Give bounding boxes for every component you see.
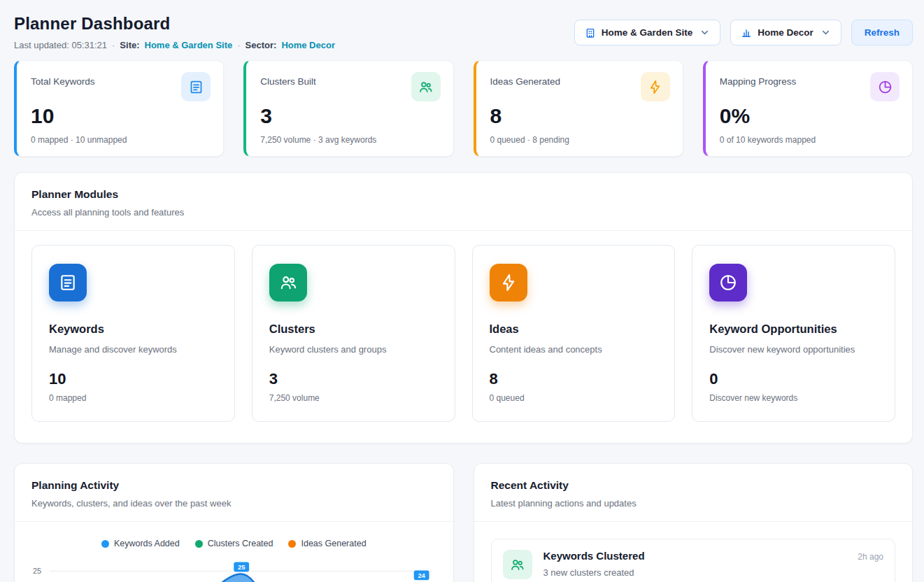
recent-activity-body: Keywords Clustered 3 new clusters create… [474, 522, 913, 582]
planner-dashboard-page: Planner Dashboard Last updated: 05:31:21… [0, 0, 924, 582]
chevron-down-icon [820, 27, 831, 38]
header-left: Planner Dashboard Last updated: 05:31:21… [14, 14, 335, 50]
activity-item-title: Keywords Clustered [543, 550, 847, 562]
legend-dot-green [195, 540, 203, 548]
stat-label: Clusters Built [260, 76, 316, 87]
stat-card-clusters-built: Clusters Built 3 7,250 volume · 3 avg ke… [243, 60, 453, 157]
stat-value: 3 [260, 104, 440, 128]
legend-label: Clusters Created [208, 539, 273, 548]
pie-chart-icon [870, 72, 900, 101]
planner-modules-header: Planner Modules Access all planning tool… [15, 173, 912, 231]
module-description: Discover new keyword opportunities [709, 344, 881, 355]
module-card-keyword-opportunities[interactable]: Keyword Opportunities Discover new keywo… [692, 245, 895, 422]
last-updated-text: Last updated: 05:31:21 [14, 40, 107, 50]
chart-legend: Keywords Added Clusters Created Ideas Ge… [31, 539, 436, 548]
module-caption: 0 queued [490, 393, 661, 403]
panel-title: Recent Activity [491, 479, 896, 492]
header-controls: Home & Garden Site Home Decor Refresh [574, 20, 913, 45]
module-caption: 0 mapped [49, 393, 220, 403]
site-link[interactable]: Home & Garden Site [145, 40, 233, 50]
meta-separator: · [237, 40, 240, 50]
stat-card-mapping-progress: Mapping Progress 0% 0 of 10 keywords map… [703, 60, 913, 157]
module-value: 10 [49, 370, 220, 388]
stat-value: 10 [31, 104, 211, 128]
legend-dot-orange [288, 540, 296, 548]
users-icon [503, 550, 532, 579]
module-description: Manage and discover keywords [49, 344, 220, 355]
bolt-icon [490, 264, 527, 301]
document-icon [49, 264, 87, 301]
module-caption: 7,250 volume [269, 393, 441, 403]
sector-link[interactable]: Home Decor [281, 40, 335, 50]
module-value: 3 [269, 370, 441, 388]
sector-selector-dropdown[interactable]: Home Decor [730, 20, 841, 45]
legend-label: Ideas Generated [301, 539, 366, 548]
stat-caption: 7,250 volume · 3 avg keywords [260, 135, 440, 145]
module-card-ideas[interactable]: Ideas Content ideas and concepts 8 0 que… [472, 245, 676, 422]
bar-chart-icon [741, 27, 752, 38]
panel-subtitle: Latest planning actions and updates [491, 498, 896, 509]
meta-line: Last updated: 05:31:21 · Site: Home & Ga… [14, 40, 335, 50]
planning-activity-body: Keywords Added Clusters Created Ideas Ge… [15, 522, 453, 582]
site-selector-dropdown[interactable]: Home & Garden Site [574, 20, 721, 45]
stat-caption: 0 of 10 keywords mapped [720, 135, 900, 145]
stat-card-total-keywords: Total Keywords 10 0 mapped · 10 unmapped [14, 60, 224, 157]
modules-grid: Keywords Manage and discover keywords 10… [15, 231, 912, 443]
planning-activity-panel: Planning Activity Keywords, clusters, an… [14, 463, 454, 582]
site-label: Site: [120, 40, 139, 50]
stats-row: Total Keywords 10 0 mapped · 10 unmapped… [14, 60, 913, 157]
module-caption: Discover new keywords [709, 393, 881, 403]
stat-label: Mapping Progress [720, 76, 797, 87]
activity-item-time: 2h ago [858, 552, 883, 562]
users-icon [269, 264, 307, 301]
module-card-clusters[interactable]: Clusters Keyword clusters and groups 3 7… [252, 245, 455, 422]
module-value: 8 [490, 370, 661, 388]
stat-label: Total Keywords [31, 76, 95, 87]
stat-card-ideas-generated: Ideas Generated 8 0 queued · 8 pending [474, 60, 683, 157]
module-description: Keyword clusters and groups [269, 344, 441, 355]
module-card-keywords[interactable]: Keywords Manage and discover keywords 10… [31, 245, 235, 422]
users-icon [411, 72, 441, 101]
activity-item-text: Keywords Clustered 3 new clusters create… [543, 550, 847, 578]
page-header: Planner Dashboard Last updated: 05:31:21… [14, 14, 913, 50]
bolt-icon [641, 72, 670, 101]
legend-item-clusters-created: Clusters Created [195, 539, 273, 548]
activity-item-description: 3 new clusters created [543, 567, 847, 578]
module-description: Content ideas and concepts [490, 344, 661, 355]
bottom-row: Planning Activity Keywords, clusters, an… [14, 463, 913, 582]
chevron-down-icon [699, 27, 710, 38]
list-item: Keywords Clustered 3 new clusters create… [491, 539, 896, 582]
stat-value: 0% [720, 104, 900, 128]
panel-title: Planning Activity [31, 479, 436, 492]
planning-activity-header: Planning Activity Keywords, clusters, an… [15, 464, 453, 522]
legend-item-ideas-generated: Ideas Generated [288, 539, 366, 548]
module-title: Ideas [490, 322, 661, 336]
recent-activity-header: Recent Activity Latest planning actions … [474, 464, 913, 522]
document-icon [181, 72, 211, 101]
planning-activity-chart: 25 25 24 [31, 555, 436, 582]
sector-selector-value: Home Decor [758, 27, 813, 38]
module-title: Clusters [269, 322, 441, 336]
legend-label: Keywords Added [114, 539, 180, 548]
legend-dot-blue [101, 540, 109, 548]
module-value: 0 [709, 370, 881, 388]
pie-chart-icon [709, 264, 747, 301]
recent-activity-panel: Recent Activity Latest planning actions … [474, 463, 914, 582]
site-selector-value: Home & Garden Site [602, 27, 693, 38]
site-icon [585, 27, 596, 38]
meta-separator: · [112, 40, 115, 50]
module-title: Keywords [49, 322, 220, 336]
stat-caption: 0 queued · 8 pending [490, 135, 670, 145]
data-point-label: 25 [238, 563, 246, 571]
panel-subtitle: Access all planning tools and features [31, 207, 895, 218]
module-title: Keyword Opportunities [709, 322, 881, 336]
panel-title: Planner Modules [31, 188, 895, 201]
refresh-button[interactable]: Refresh [851, 20, 913, 45]
stat-caption: 0 mapped · 10 unmapped [31, 135, 211, 145]
legend-item-keywords-added: Keywords Added [101, 539, 180, 548]
stat-value: 8 [490, 104, 670, 128]
y-axis-tick: 25 [33, 567, 41, 575]
sector-label: Sector: [246, 40, 277, 50]
data-point-label: 24 [418, 572, 425, 579]
stat-label: Ideas Generated [490, 76, 561, 87]
